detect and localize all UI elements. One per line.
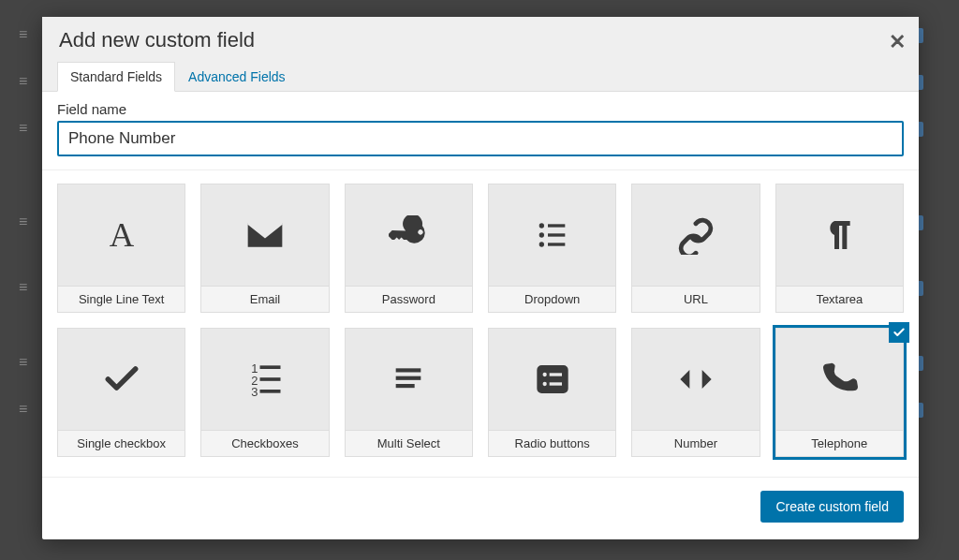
field-type-label: Radio buttons [488, 431, 616, 457]
tab-standard-fields[interactable]: Standard Fields [57, 62, 175, 92]
modal-header: Add new custom field ✕ Standard Fields A… [42, 17, 919, 92]
key-icon [345, 184, 473, 287]
svg-point-17 [542, 373, 546, 376]
svg-text:3: 3 [251, 385, 258, 399]
list-bullets-icon [488, 184, 616, 287]
close-icon[interactable]: ✕ [889, 30, 906, 54]
field-type-email[interactable]: Email [200, 184, 329, 313]
svg-rect-14 [396, 376, 421, 380]
svg-rect-20 [549, 382, 561, 385]
svg-rect-19 [549, 373, 561, 376]
lines-icon [345, 328, 473, 431]
svg-point-2 [539, 232, 543, 237]
custom-field-modal: Add new custom field ✕ Standard Fields A… [42, 17, 919, 539]
field-type-number[interactable]: Number [631, 328, 760, 457]
svg-rect-5 [548, 233, 565, 236]
svg-rect-10 [259, 365, 280, 369]
text-a-icon: A [57, 184, 185, 287]
field-type-dropdown[interactable]: Dropdown [488, 184, 616, 313]
create-custom-field-button[interactable]: Create custom field [760, 491, 904, 523]
field-type-label: Telephone [775, 431, 904, 457]
field-type-multi-select[interactable]: Multi Select [345, 328, 473, 457]
field-type-single-checkbox[interactable]: Single checkbox [57, 328, 185, 457]
field-type-label: Dropdown [488, 287, 616, 313]
field-type-label: Single checkbox [57, 431, 185, 457]
check-icon [57, 328, 185, 431]
field-type-single-line-text[interactable]: ASingle Line Text [57, 184, 185, 313]
field-type-label: Multi Select [345, 431, 473, 457]
field-type-url[interactable]: URL [631, 184, 760, 313]
field-type-label: Email [200, 287, 329, 313]
radio-icon [488, 328, 616, 431]
field-type-label: Textarea [775, 287, 904, 313]
field-type-label: Number [631, 431, 760, 457]
field-type-radio-buttons[interactable]: Radio buttons [488, 328, 616, 457]
svg-point-1 [539, 223, 543, 228]
svg-rect-4 [548, 224, 565, 227]
field-type-password[interactable]: Password [345, 184, 473, 313]
modal-body: Field name ASingle Line TextEmailPasswor… [42, 92, 919, 477]
pilcrow-icon [775, 184, 904, 287]
field-type-grid: ASingle Line TextEmailPasswordDropdownUR… [57, 184, 904, 457]
field-name-input[interactable] [57, 121, 904, 156]
modal-footer: Create custom field [42, 477, 919, 539]
field-type-label: URL [631, 287, 760, 313]
field-type-label: Single Line Text [57, 287, 185, 313]
svg-point-18 [542, 382, 546, 386]
svg-text:A: A [109, 216, 134, 254]
divider [42, 169, 919, 170]
svg-rect-6 [548, 243, 565, 245]
numbered-list-icon: 123 [200, 328, 329, 431]
envelope-icon [200, 184, 329, 287]
svg-rect-16 [539, 367, 567, 392]
phone-icon [775, 328, 904, 431]
svg-rect-15 [396, 384, 415, 388]
arrows-icon [631, 328, 760, 431]
field-type-label: Checkboxes [200, 431, 329, 457]
field-type-checkboxes[interactable]: 123Checkboxes [200, 328, 329, 457]
svg-rect-11 [259, 377, 280, 381]
field-type-textarea[interactable]: Textarea [775, 184, 904, 313]
svg-point-3 [539, 242, 543, 246]
field-name-label: Field name [57, 101, 904, 117]
modal-title: Add new custom field [57, 28, 904, 52]
link-icon [631, 184, 760, 287]
selected-check-icon [889, 322, 909, 343]
tabs: Standard Fields Advanced Fields [57, 62, 904, 92]
field-type-telephone[interactable]: Telephone [775, 328, 904, 457]
svg-rect-13 [396, 368, 421, 372]
tab-advanced-fields[interactable]: Advanced Fields [175, 62, 299, 92]
field-type-label: Password [345, 287, 473, 313]
svg-rect-12 [259, 390, 280, 393]
